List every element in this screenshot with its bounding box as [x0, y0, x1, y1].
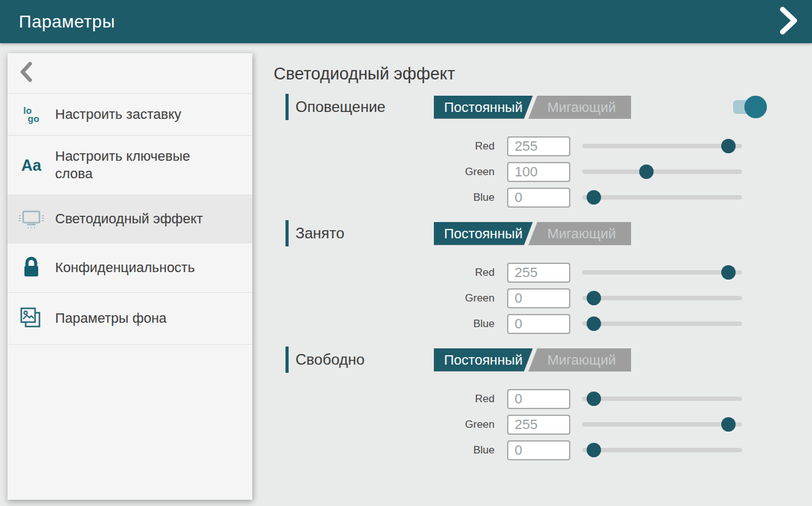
forward-button[interactable] [773, 8, 803, 36]
rgb-row: Red [419, 386, 812, 412]
channel-label: Green [419, 418, 495, 431]
mode-switch: Мигающий Постоянный [434, 96, 631, 119]
accent-bar [285, 347, 289, 373]
slider-track [582, 296, 742, 300]
toggle-knob [744, 96, 767, 118]
led-section-free: Свободно Мигающий Постоянный Red Green B… [274, 347, 812, 463]
mode-option-constant[interactable]: Постоянный [434, 96, 533, 119]
mode-option-blinking[interactable]: Мигающий [532, 348, 631, 372]
rgb-row: Blue [419, 311, 812, 336]
enabled-toggle[interactable] [733, 96, 767, 118]
slider-thumb[interactable] [639, 164, 654, 179]
red-input[interactable] [507, 263, 570, 283]
green-slider[interactable] [582, 417, 742, 432]
red-input[interactable] [507, 389, 570, 409]
channel-label: Blue [419, 444, 495, 457]
mode-option-blinking[interactable]: Мигающий [532, 222, 631, 245]
sidebar-item-label: Конфиденциальность [55, 259, 195, 276]
blue-input[interactable] [507, 188, 570, 208]
main-panel: Светодиодный эффект Оповещение Мигающий … [274, 43, 812, 473]
slider-thumb[interactable] [721, 139, 736, 153]
slider-track [582, 195, 742, 200]
green-slider[interactable] [582, 291, 742, 305]
slider-thumb[interactable] [587, 291, 601, 305]
rgb-row: Green [419, 159, 812, 185]
section-label: Свободно [296, 351, 434, 368]
green-input[interactable] [507, 288, 570, 308]
red-slider[interactable] [582, 139, 742, 153]
mode-switch: Мигающий Постоянный [434, 348, 631, 372]
rgb-row: Blue [419, 185, 812, 210]
logo-icon: logo [8, 106, 55, 123]
green-input[interactable] [507, 162, 570, 182]
channel-label: Blue [419, 318, 495, 330]
chevron-right-icon [778, 6, 799, 38]
channel-label: Green [419, 166, 495, 178]
mode-option-constant[interactable]: Постоянный [434, 222, 533, 245]
rgb-row: Blue [419, 437, 812, 463]
blue-slider[interactable] [582, 190, 742, 205]
channel-label: Blue [419, 191, 495, 204]
slider-thumb[interactable] [587, 392, 601, 406]
mode-switch: Мигающий Постоянный [434, 222, 631, 245]
mode-option-constant[interactable]: Постоянный [434, 348, 533, 372]
slider-track [582, 397, 742, 401]
slider-thumb[interactable] [587, 443, 601, 457]
channel-label: Green [419, 292, 495, 305]
slider-track [582, 144, 742, 148]
lock-icon [8, 255, 55, 280]
accent-bar [285, 220, 289, 246]
mode-option-blinking[interactable]: Мигающий [532, 96, 631, 119]
channel-label: Red [419, 393, 495, 405]
rgb-row: Red [419, 260, 812, 285]
sidebar-item-keywords[interactable]: Aa Настроить ключевые слова [8, 136, 252, 195]
sidebar-item-label: Настроить ключевые слова [55, 148, 215, 183]
slider-track [582, 170, 742, 174]
sidebar: logo Настроить заставку Aa Настроить клю… [8, 53, 252, 500]
led-section-notification: Оповещение Мигающий Постоянный Red Green… [274, 94, 812, 210]
sidebar-item-label: Настроить заставку [55, 106, 182, 123]
section-label: Оповещение [296, 98, 434, 116]
slider-thumb[interactable] [721, 417, 736, 432]
rgb-row: Green [419, 412, 812, 437]
sidebar-item-label: Светодиодный эффект [55, 210, 203, 228]
red-slider[interactable] [582, 392, 742, 406]
green-input[interactable] [507, 415, 570, 435]
blue-input[interactable] [507, 314, 570, 334]
back-button[interactable] [8, 53, 252, 94]
green-slider[interactable] [582, 164, 742, 179]
red-slider[interactable] [582, 265, 742, 280]
slider-track [582, 321, 742, 326]
header-title: Параметры [19, 12, 115, 32]
channel-label: Red [419, 266, 495, 279]
red-input[interactable] [507, 136, 570, 156]
slider-track [582, 448, 742, 452]
blue-slider[interactable] [582, 443, 742, 457]
blue-input[interactable] [507, 440, 570, 460]
led-icon [8, 207, 55, 231]
slider-thumb[interactable] [587, 316, 601, 331]
sidebar-item-led[interactable]: Светодиодный эффект [8, 195, 252, 243]
rgb-row: Red [419, 133, 812, 159]
section-label: Занято [296, 225, 434, 242]
led-section-busy: Занято Мигающий Постоянный Red Green Blu… [274, 220, 812, 336]
page-title: Светодиодный эффект [274, 64, 812, 83]
sidebar-item-label: Параметры фона [55, 310, 167, 327]
slider-thumb[interactable] [587, 190, 601, 205]
sidebar-item-background[interactable]: Параметры фона [8, 293, 252, 345]
blue-slider[interactable] [582, 316, 742, 331]
images-icon [8, 305, 55, 332]
sidebar-item-splash[interactable]: logo Настроить заставку [8, 94, 252, 136]
aa-icon: Aa [8, 156, 55, 175]
rgb-row: Green [419, 285, 812, 311]
chevron-left-icon [19, 61, 33, 85]
accent-bar [285, 94, 289, 120]
slider-track [582, 270, 742, 275]
app-header: Параметры [0, 0, 812, 43]
channel-label: Red [419, 140, 495, 153]
sidebar-item-privacy[interactable]: Конфиденциальность [8, 243, 252, 293]
slider-track [582, 422, 742, 427]
slider-thumb[interactable] [721, 265, 736, 280]
